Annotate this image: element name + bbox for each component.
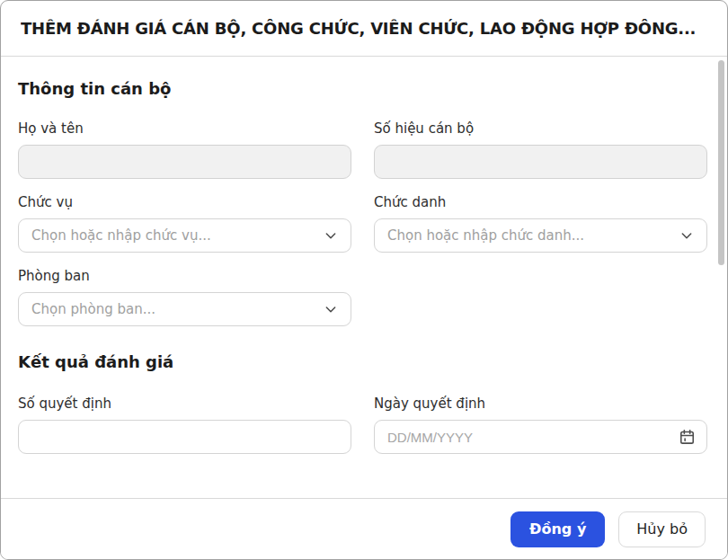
result-grid: Số quyết định Ngày quyết định xyxy=(18,396,708,454)
department-select-placeholder: Chọn phòng ban... xyxy=(31,301,155,317)
field-staff-id: Số hiệu cán bộ xyxy=(374,120,707,179)
calendar-icon[interactable] xyxy=(679,429,696,446)
full-name-input xyxy=(18,145,351,179)
field-decision-number: Số quyết định xyxy=(18,396,351,454)
decision-date-label: Ngày quyết định xyxy=(374,396,707,412)
scrollbar-thumb[interactable] xyxy=(718,60,724,265)
add-evaluation-dialog: THÊM ĐÁNH GIÁ CÁN BỘ, CÔNG CHỨC, VIÊN CH… xyxy=(0,0,728,560)
field-decision-date: Ngày quyết định xyxy=(374,396,707,454)
field-position: Chức vụ Chọn hoặc nhập chức vụ... xyxy=(18,194,351,253)
department-label: Phòng ban xyxy=(18,268,351,284)
department-select[interactable]: Chọn phòng ban... xyxy=(18,292,351,326)
decision-date-input[interactable] xyxy=(374,420,707,454)
dialog-body: Thông tin cán bộ Họ và tên Số hiệu cán b… xyxy=(1,57,727,498)
decision-number-input[interactable] xyxy=(18,420,351,454)
dialog-footer: Đồng ý Hủy bỏ xyxy=(1,498,727,559)
job-title-select-placeholder: Chọn hoặc nhập chức danh... xyxy=(387,227,584,244)
field-job-title: Chức danh Chọn hoặc nhập chức danh... xyxy=(374,194,707,253)
position-label: Chức vụ xyxy=(18,194,351,210)
job-title-label: Chức danh xyxy=(374,194,707,210)
staff-info-grid: Họ và tên Số hiệu cán bộ Chức vụ Chọn ho… xyxy=(18,120,708,326)
job-title-select[interactable]: Chọn hoặc nhập chức danh... xyxy=(374,218,707,253)
staff-id-input xyxy=(374,145,707,179)
chevron-down-icon xyxy=(679,228,694,243)
section-heading-result: Kết quả đánh giá xyxy=(18,352,708,371)
position-select-placeholder: Chọn hoặc nhập chức vụ... xyxy=(31,227,211,244)
field-department: Phòng ban Chọn phòng ban... xyxy=(18,268,351,326)
decision-number-label: Số quyết định xyxy=(18,396,351,412)
chevron-down-icon xyxy=(324,228,338,243)
decision-date-wrap xyxy=(374,420,707,454)
full-name-label: Họ và tên xyxy=(18,120,351,137)
section-heading-staff-info: Thông tin cán bộ xyxy=(18,79,708,98)
field-full-name: Họ và tên xyxy=(18,120,351,179)
staff-id-label: Số hiệu cán bộ xyxy=(374,120,707,137)
cancel-button[interactable]: Hủy bỏ xyxy=(618,511,706,547)
dialog-header: THÊM ĐÁNH GIÁ CÁN BỘ, CÔNG CHỨC, VIÊN CH… xyxy=(1,1,727,57)
dialog-title: THÊM ĐÁNH GIÁ CÁN BỘ, CÔNG CHỨC, VIÊN CH… xyxy=(21,19,696,38)
grid-spacer xyxy=(374,268,707,326)
position-select[interactable]: Chọn hoặc nhập chức vụ... xyxy=(18,218,351,253)
confirm-button[interactable]: Đồng ý xyxy=(510,511,605,547)
chevron-down-icon xyxy=(324,302,338,316)
